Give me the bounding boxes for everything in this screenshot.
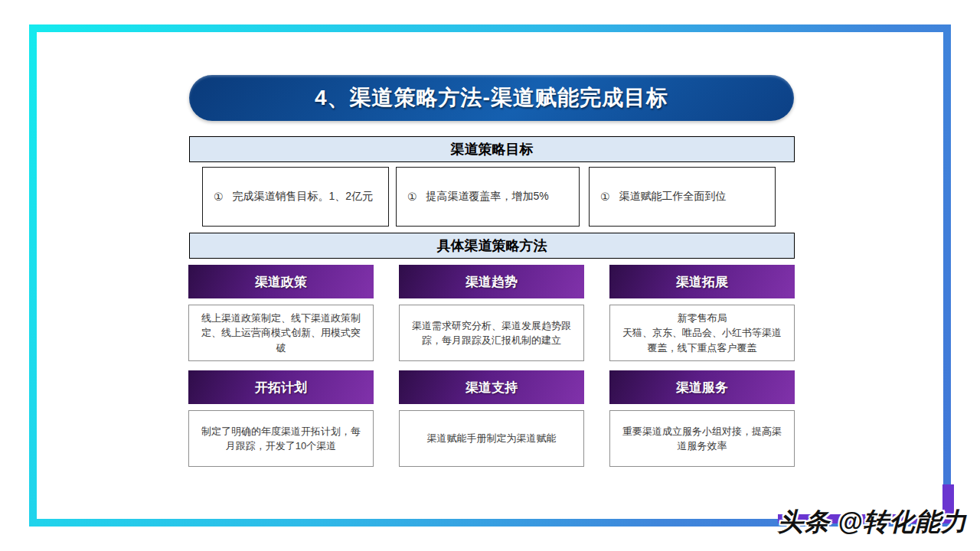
- slide: 4、渠道策略方法-渠道赋能完成目标 渠道策略目标 ① 完成渠道销售目标。1、2亿…: [0, 0, 980, 551]
- goal-bullet: ①: [600, 191, 610, 203]
- method-desc-channel-service: 重要渠道成立服务小组对接，提高渠道服务效率: [609, 410, 795, 467]
- goal-text: 提高渠道覆盖率，增加5%: [426, 190, 549, 204]
- section-header-specific-methods: 具体渠道策略方法: [189, 233, 795, 259]
- goal-box-2: ① 提高渠道覆盖率，增加5%: [396, 167, 580, 227]
- goal-box-1: ① 完成渠道销售目标。1、2亿元: [202, 167, 389, 227]
- method-header-development-plan: 开拓计划: [188, 370, 374, 404]
- method-desc-text: 渠道赋能手册制定为渠道赋能: [427, 431, 557, 446]
- method-desc-text: 重要渠道成立服务小组对接，提高渠道服务效率: [618, 424, 786, 454]
- method-desc-development-plan: 制定了明确的年度渠道开拓计划，每月跟踪，开发了10个渠道: [188, 410, 374, 467]
- method-desc-channel-policy: 线上渠道政策制定、线下渠道政策制定、线上运营商模式创新、用模式突破: [188, 305, 374, 361]
- slide-title: 4、渠道策略方法-渠道赋能完成目标: [315, 83, 668, 112]
- method-header-channel-service: 渠道服务: [609, 370, 795, 404]
- method-title: 渠道趋势: [466, 273, 518, 291]
- method-desc-text: 线上渠道政策制定、线下渠道政策制定、线上运营商模式创新、用模式突破: [197, 311, 365, 356]
- section-header-label: 渠道策略目标: [451, 140, 534, 158]
- method-header-channel-expansion: 渠道拓展: [609, 265, 795, 298]
- goal-bullet: ①: [407, 191, 417, 203]
- method-title: 渠道拓展: [676, 273, 728, 291]
- method-header-channel-support: 渠道支持: [399, 370, 584, 404]
- method-desc-text: 新零售布局 天猫、京东、唯品会、小红书等渠道覆盖，线下重点客户覆盖: [618, 311, 786, 356]
- goal-box-3: ① 渠道赋能工作全面到位: [589, 167, 776, 227]
- method-desc-text: 渠道需求研究分析、渠道发展趋势跟踪，每月跟踪及汇报机制的建立: [407, 318, 576, 348]
- goal-text: 完成渠道销售目标。1、2亿元: [233, 190, 374, 204]
- section-header-channel-strategy-goals: 渠道策略目标: [189, 136, 795, 162]
- watermark-text: 头条 @转化能力: [778, 505, 977, 540]
- method-desc-channel-expansion: 新零售布局 天猫、京东、唯品会、小红书等渠道覆盖，线下重点客户覆盖: [609, 305, 795, 361]
- method-header-channel-trend: 渠道趋势: [399, 265, 584, 298]
- goal-text: 渠道赋能工作全面到位: [619, 190, 727, 204]
- method-title: 开拓计划: [255, 379, 307, 396]
- method-title: 渠道支持: [466, 379, 518, 396]
- goal-bullet: ①: [214, 191, 224, 203]
- method-desc-channel-support: 渠道赋能手册制定为渠道赋能: [399, 410, 584, 467]
- method-desc-channel-trend: 渠道需求研究分析、渠道发展趋势跟踪，每月跟踪及汇报机制的建立: [399, 305, 584, 361]
- method-desc-text: 制定了明确的年度渠道开拓计划，每月跟踪，开发了10个渠道: [197, 424, 365, 454]
- method-title: 渠道政策: [255, 273, 307, 291]
- method-title: 渠道服务: [676, 379, 728, 396]
- slide-title-banner: 4、渠道策略方法-渠道赋能完成目标: [189, 75, 794, 121]
- method-header-channel-policy: 渠道政策: [188, 265, 374, 298]
- section-header-label: 具体渠道策略方法: [437, 236, 547, 255]
